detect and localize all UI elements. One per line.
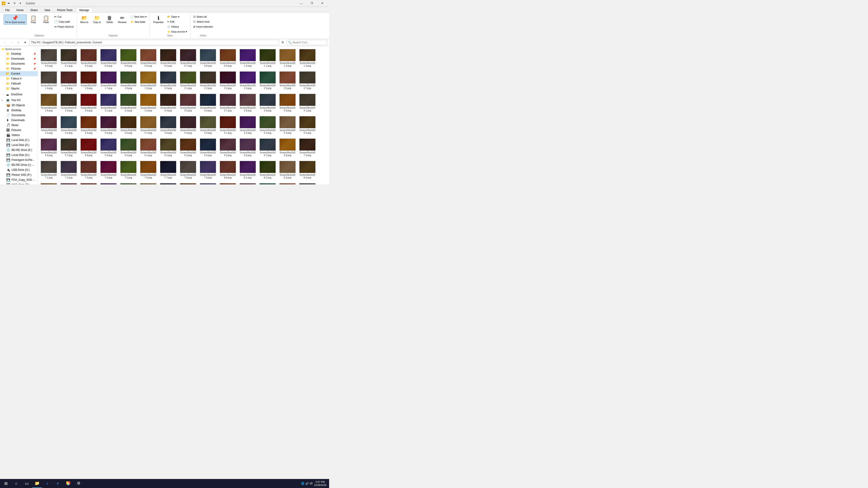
file-item[interactable]: ScreenShot1006 0.png — [119, 137, 137, 158]
file-item[interactable]: ScreenShot1005 2.png — [239, 115, 257, 135]
file-item[interactable]: ScreenShot1009 8.png — [298, 182, 316, 184]
file-item[interactable]: ScreenShot1003 1.png — [99, 93, 118, 113]
history-button[interactable]: 🕐 History — [166, 24, 188, 29]
file-item[interactable]: ScreenShot1007 3.png — [80, 160, 98, 180]
file-item[interactable]: ScreenShot1002 0.png — [159, 70, 177, 91]
minimize-button[interactable]: — — [296, 0, 307, 7]
copy-path-button[interactable]: 📄 Copy path — [53, 20, 74, 24]
file-item[interactable]: ScreenShot1005 3.png — [258, 115, 277, 135]
sidebar-item-skyrim[interactable]: 📁 Skyrim — [0, 86, 38, 91]
tab-picture-tools[interactable]: Picture Tools — [54, 7, 76, 12]
edit-button[interactable]: ✏ Edit — [166, 20, 188, 24]
file-item[interactable]: ScreenShot1003 4.png — [159, 93, 177, 113]
sidebar-item-fallout4-qa[interactable]: 📁 Fallout 4 — [0, 76, 38, 81]
sidebar-item-onedrive[interactable]: › ☁ OneDrive — [0, 92, 38, 97]
file-item[interactable]: ScreenShot1003 9.png — [258, 93, 277, 113]
file-item[interactable]: ScreenShot1007 2.png — [60, 160, 78, 180]
sidebar-item-diskc[interactable]: 💾 Local Disk (C:) — [4, 138, 38, 142]
file-item[interactable]: ScreenShot1001 2.png — [278, 48, 297, 68]
file-item[interactable]: ScreenShot1004 4.png — [80, 115, 98, 135]
path-current[interactable]: Current — [93, 41, 102, 44]
sidebar-item-plextor[interactable]: 💾 Plextor SSD (P:) — [4, 172, 38, 177]
sidebar-item-diskg[interactable]: 💾 Local Disk (G:) — [4, 153, 38, 158]
file-item[interactable]: ScreenShot1004 8.png — [159, 115, 177, 135]
file-item[interactable]: ScreenShot1003 0.png — [80, 93, 98, 113]
file-item[interactable]: ScreenShot1002 1.png — [179, 70, 197, 91]
file-item[interactable]: ScreenShot1002 9.png — [60, 93, 78, 113]
file-item[interactable]: ScreenShot1006 1.png — [139, 137, 157, 158]
file-item[interactable]: ScreenShot1008 3.png — [278, 160, 297, 180]
sidebar-item-desktop-pc[interactable]: 🖥 Desktop — [4, 108, 38, 113]
file-item[interactable]: ScreenShot1009 3.png — [199, 182, 217, 184]
path-fallout4[interactable]: Fallout4_screenshots — [65, 41, 91, 44]
file-item[interactable]: ScreenShot1009 6.png — [258, 182, 277, 184]
file-item[interactable]: ScreenShot1007 7.png — [159, 160, 177, 180]
file-item[interactable]: ScreenShot1002 6.png — [278, 70, 297, 91]
file-item[interactable]: ScreenShot1008 2.png — [258, 160, 277, 180]
delete-button[interactable]: 🗑 Delete — [104, 14, 116, 25]
search-box[interactable]: 🔍 — [287, 40, 327, 45]
file-item[interactable]: ScreenShot1000 2.png — [80, 48, 98, 68]
file-item[interactable]: ScreenShot1005 6.png — [40, 137, 58, 158]
sidebar-item-current[interactable]: 📂 Current — [0, 71, 38, 76]
tab-home[interactable]: Home — [13, 7, 27, 12]
sidebar-item-documents[interactable]: 📁 Documents 📌 — [0, 61, 38, 66]
file-item[interactable]: ScreenShot1001 1.png — [258, 48, 277, 68]
file-item[interactable]: ScreenShot1002 2.png — [199, 70, 217, 91]
sidebar-item-desktop[interactable]: 📁 Desktop 📌 — [0, 51, 38, 56]
select-none-button[interactable]: ☐ Select none — [192, 20, 214, 24]
file-item[interactable]: ScreenShot1006 7.png — [258, 137, 277, 158]
sidebar-item-fo4copy[interactable]: 💾 FOA_Copy_SSD (... — [4, 177, 38, 182]
tab-view[interactable]: View — [41, 7, 54, 12]
quick-access-btn-2[interactable]: ↻ — [12, 1, 17, 6]
file-item[interactable]: ScreenShot1000 7.png — [179, 48, 197, 68]
rename-button[interactable]: ✏ Rename — [116, 14, 128, 25]
sidebar-item-pictures[interactable]: 📁 Pictures 📌 — [0, 66, 38, 71]
pin-quick-access-button[interactable]: 📌 Pin to Quick access — [4, 14, 27, 25]
file-item[interactable]: ScreenShot1005 0.png — [199, 115, 217, 135]
sidebar-item-downloads[interactable]: 📁 Downloads 📌 — [0, 56, 38, 61]
close-button[interactable]: ✕ — [317, 0, 327, 7]
file-item[interactable]: ScreenShot1006 2.png — [159, 137, 177, 158]
sidebar-item-music[interactable]: 🎵 Music — [4, 123, 38, 128]
file-item[interactable]: ScreenShot1001 8.png — [119, 70, 137, 91]
file-item[interactable]: ScreenShot1008 1.png — [239, 160, 257, 180]
file-item[interactable]: ScreenShot1000 6.png — [159, 48, 177, 68]
address-path[interactable]: This PC › Seagate3TB (W:) › Fallout4_scr… — [29, 40, 279, 45]
sidebar-item-freeagent[interactable]: 💾 FreeAgent GoFle... — [4, 158, 38, 162]
sidebar-item-w10data[interactable]: 💾 W10_Data (R:) — [4, 182, 38, 184]
up-button[interactable]: ↑ — [16, 39, 21, 45]
file-item[interactable]: ScreenShot1004 5.png — [99, 115, 118, 135]
file-item[interactable]: ScreenShot1007 4.png — [99, 160, 118, 180]
tab-file[interactable]: File — [2, 7, 13, 12]
file-item[interactable]: ScreenShot1001 7.png — [99, 70, 118, 91]
select-all-button[interactable]: ☑ Select all — [192, 14, 214, 19]
sidebar-item-documents-pc[interactable]: 📄 Documents — [4, 113, 38, 118]
file-item[interactable]: ScreenShot1003 7.png — [219, 93, 237, 113]
file-item[interactable]: ScreenShot1006 4.png — [199, 137, 217, 158]
file-item[interactable]: ScreenShot1002 3.png — [219, 70, 237, 91]
sidebar-item-3dobjects[interactable]: 📦 3D Objects — [4, 103, 38, 108]
copy-button[interactable]: 📋 Copy — [28, 14, 39, 25]
file-item[interactable]: ScreenShot1005 5.png — [298, 115, 316, 135]
file-item[interactable]: ScreenShot1001 3.png — [298, 48, 316, 68]
properties-button[interactable]: ℹ Properties — [152, 14, 165, 25]
file-item[interactable]: ScreenShot1000 3.png — [99, 48, 118, 68]
file-item[interactable]: ScreenShot1009 5.png — [239, 182, 257, 184]
file-item[interactable]: ScreenShot1004 9.png — [179, 115, 197, 135]
file-item[interactable]: ScreenShot1000 4.png — [119, 48, 137, 68]
file-item[interactable]: ScreenShot1008 7.png — [80, 182, 98, 184]
file-item[interactable]: ScreenShot1005 4.png — [278, 115, 297, 135]
file-item[interactable]: ScreenShot1003 5.png — [179, 93, 197, 113]
file-item[interactable]: ScreenShot1008 6.png — [60, 182, 78, 184]
search-input[interactable] — [292, 41, 327, 44]
file-item[interactable]: ScreenShot1006 5.png — [219, 137, 237, 158]
invert-selection-button[interactable]: ⇄ Invert selection — [192, 24, 214, 29]
sidebar-item-usb-o[interactable]: 🔌 USB Drive (O:) — [4, 167, 38, 172]
file-item[interactable]: ScreenShot1007 9.png — [199, 160, 217, 180]
file-item[interactable]: ScreenShot1007 8.png — [179, 160, 197, 180]
file-item[interactable]: ScreenShot1006 9.png — [278, 137, 297, 158]
file-item[interactable]: ScreenShot1002 8.png — [40, 93, 58, 113]
file-item[interactable]: ScreenShot1002 4.png — [239, 70, 257, 91]
sidebar-item-bdre-i[interactable]: 💿 BD-RE Drive (I:) D... — [4, 162, 38, 167]
